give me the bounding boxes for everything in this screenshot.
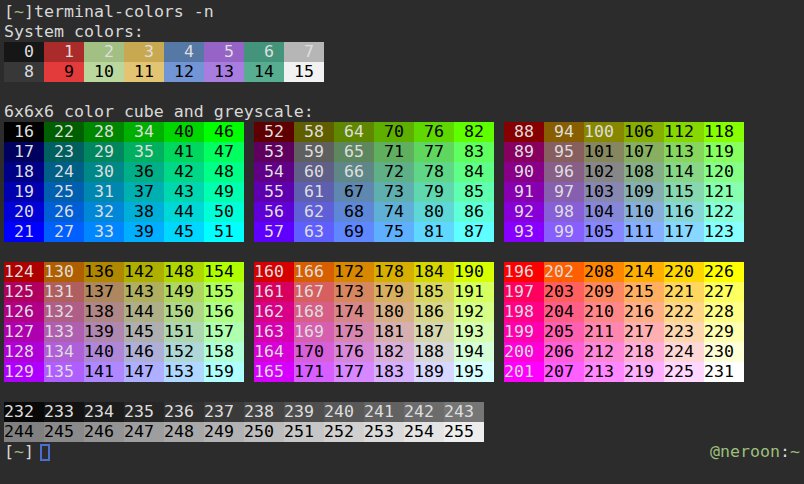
color-cell-65: 65 (334, 142, 374, 162)
color-row: 9096102108114120 (504, 162, 744, 182)
color-cell-162: 162 (254, 302, 294, 322)
color-cell-60: 60 (294, 162, 334, 182)
color-cell-5: 5 (204, 42, 244, 62)
color-cell-14: 14 (244, 62, 284, 82)
color-cell-49: 49 (204, 182, 244, 202)
color-cell-164: 164 (254, 342, 294, 362)
color-cell-251: 251 (284, 422, 324, 442)
color-cell-146: 146 (124, 342, 164, 362)
color-cell-12: 12 (164, 62, 204, 82)
color-cell-135: 135 (44, 362, 84, 382)
color-cell-131: 131 (44, 282, 84, 302)
color-cell-109: 109 (624, 182, 664, 202)
command-text: terminal-colors -n (34, 2, 214, 21)
color-cell-203: 203 (544, 282, 584, 302)
cube-section-lower: 1241301361421481541251311371431491551261… (4, 262, 804, 382)
color-cell-237: 237 (204, 402, 244, 422)
color-cell-32: 32 (84, 202, 124, 222)
color-cell-253: 253 (364, 422, 404, 442)
color-cell-148: 148 (164, 262, 204, 282)
color-cell-97: 97 (544, 182, 584, 202)
color-cell-17: 17 (4, 142, 44, 162)
color-cell-28: 28 (84, 122, 124, 142)
color-cell-167: 167 (294, 282, 334, 302)
color-cell-154: 154 (204, 262, 244, 282)
color-cell-68: 68 (334, 202, 374, 222)
color-cell-252: 252 (324, 422, 364, 442)
color-cell-43: 43 (164, 182, 204, 202)
color-cell-180: 180 (374, 302, 414, 322)
color-cell-156: 156 (204, 302, 244, 322)
color-cell-91: 91 (504, 182, 544, 202)
color-cell-151: 151 (164, 322, 204, 342)
prompt-tilde: ~ (14, 2, 24, 21)
color-cell-207: 207 (544, 362, 584, 382)
color-cell-202: 202 (544, 262, 584, 282)
color-cell-219: 219 (624, 362, 664, 382)
color-cell-233: 233 (44, 402, 84, 422)
color-cell-136: 136 (84, 262, 124, 282)
color-cell-74: 74 (374, 202, 414, 222)
color-cell-34: 34 (124, 122, 164, 142)
color-cell-220: 220 (664, 262, 704, 282)
color-cell-191: 191 (454, 282, 494, 302)
color-row: 535965717783 (254, 142, 494, 162)
color-cell-53: 53 (254, 142, 294, 162)
color-cell-239: 239 (284, 402, 324, 422)
color-cell-120: 120 (704, 162, 744, 182)
color-cell-174: 174 (334, 302, 374, 322)
color-cell-95: 95 (544, 142, 584, 162)
color-row: 212733394551 (4, 222, 244, 242)
color-cell-155: 155 (204, 282, 244, 302)
color-cell-230: 230 (704, 342, 744, 362)
rprompt-user: @neroon (710, 442, 780, 461)
color-cell-197: 197 (504, 282, 544, 302)
color-cell-200: 200 (504, 342, 544, 362)
color-cell-1: 1 (44, 42, 84, 62)
color-cell-113: 113 (664, 142, 704, 162)
color-row: 124130136142148154 (4, 262, 244, 282)
color-cell-114: 114 (664, 162, 704, 182)
terminal-cursor[interactable] (40, 444, 50, 461)
color-cell-2: 2 (84, 42, 124, 62)
color-cell-173: 173 (334, 282, 374, 302)
color-cell-160: 160 (254, 262, 294, 282)
color-cell-39: 39 (124, 222, 164, 242)
color-cell-88: 88 (504, 122, 544, 142)
color-cell-63: 63 (294, 222, 334, 242)
color-cell-188: 188 (414, 342, 454, 362)
color-row: 163169175181187193 (254, 322, 494, 342)
color-cell-27: 27 (44, 222, 84, 242)
color-cell-163: 163 (254, 322, 294, 342)
color-row: 192531374349 (4, 182, 244, 202)
color-cell-168: 168 (294, 302, 334, 322)
color-row: 566268748086 (254, 202, 494, 222)
blank-line (4, 382, 804, 402)
color-cell-194: 194 (454, 342, 494, 362)
color-cell-55: 55 (254, 182, 294, 202)
color-cell-193: 193 (454, 322, 494, 342)
color-cell-45: 45 (164, 222, 204, 242)
color-cell-134: 134 (44, 342, 84, 362)
color-cell-64: 64 (334, 122, 374, 142)
color-row: 9197103109115121 (504, 182, 744, 202)
rprompt-tilde: ~ (790, 442, 800, 461)
color-row: 164170176182188194 (254, 342, 494, 362)
color-cell-117: 117 (664, 222, 704, 242)
greyscale-grid: 2322332342352362372382392402412422432442… (4, 402, 804, 442)
color-cell-138: 138 (84, 302, 124, 322)
color-cell-61: 61 (294, 182, 334, 202)
color-cell-44: 44 (164, 202, 204, 222)
terminal-screen[interactable]: [~]terminal-colors -n System colors: 012… (0, 0, 804, 484)
color-cell-100: 100 (584, 122, 624, 142)
color-cell-189: 189 (414, 362, 454, 382)
color-cell-96: 96 (544, 162, 584, 182)
color-cell-222: 222 (664, 302, 704, 322)
color-cell-141: 141 (84, 362, 124, 382)
color-cell-234: 234 (84, 402, 124, 422)
color-cell-93: 93 (504, 222, 544, 242)
color-cell-30: 30 (84, 162, 124, 182)
color-row: 8995101107113119 (504, 142, 744, 162)
color-cell-225: 225 (664, 362, 704, 382)
color-cell-62: 62 (294, 202, 334, 222)
